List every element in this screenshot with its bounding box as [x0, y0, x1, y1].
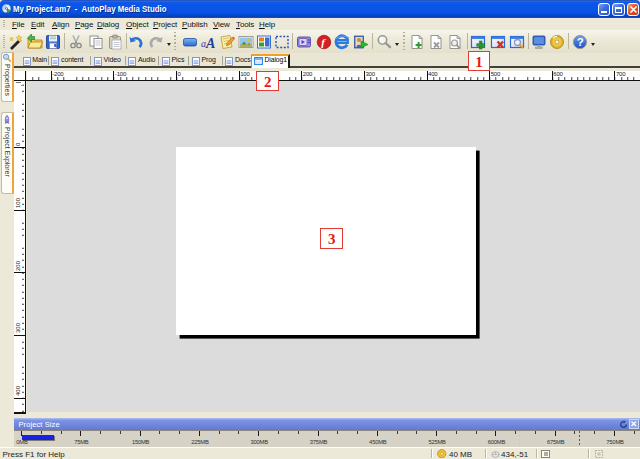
svg-text:A: A: [205, 35, 215, 50]
svg-text:?: ?: [576, 36, 583, 48]
